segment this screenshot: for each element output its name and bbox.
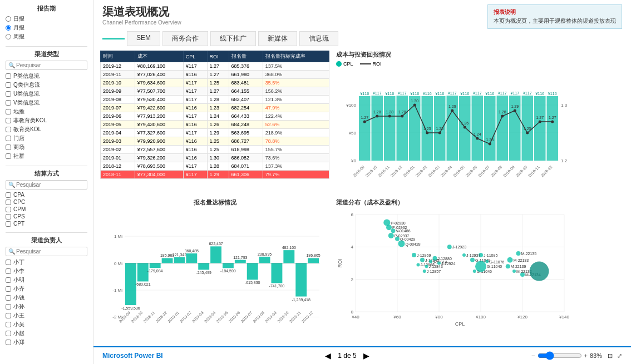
channel-type-section: 渠道类型 🔍 P类信息流Q类信息流U类信息流V类信息流地推非教育类KOL教育类K… xyxy=(6,50,87,160)
radio-weekly[interactable]: 周报 xyxy=(6,33,87,41)
svg-rect-97 xyxy=(125,263,136,306)
svg-text:1.25: 1.25 xyxy=(423,127,431,131)
bar-chart-title: 报名量达标情况 xyxy=(102,198,327,207)
svg-text:¥116: ¥116 xyxy=(435,92,444,96)
svg-text:1.28: 1.28 xyxy=(386,110,393,114)
table-row[interactable]: 2019-12 ¥80,169,100 ¥117 1.27 685,376 13… xyxy=(101,62,329,71)
table-row[interactable]: 2019-02 ¥72,557,600 ¥116 1.25 618,998 15… xyxy=(101,146,329,154)
channel-search-input[interactable] xyxy=(16,62,85,68)
billing-search-box[interactable]: 🔍 xyxy=(6,180,87,190)
svg-text:1.2: 1.2 xyxy=(561,158,568,163)
billing-checkbox-item[interactable]: CPM xyxy=(6,206,87,212)
channel-checkbox-item[interactable]: 地推 xyxy=(6,108,87,116)
svg-text:1.28: 1.28 xyxy=(398,110,406,114)
table-row[interactable]: 2019-01 ¥79,326,200 ¥116 1.30 686,082 73… xyxy=(101,154,329,162)
table-row[interactable]: 2019-05 ¥79,430,600 ¥116 1.26 684,248 52… xyxy=(101,121,329,129)
channel-checkbox-item[interactable]: V类信息流 xyxy=(6,99,87,107)
radio-daily[interactable]: 日报 xyxy=(6,15,87,23)
manager-checkbox-item[interactable]: 小齐 xyxy=(6,285,87,293)
svg-point-207 xyxy=(516,251,521,256)
billing-checkbox-item[interactable]: CPS xyxy=(6,213,87,220)
manager-checkbox-item[interactable]: 小明 xyxy=(6,276,87,284)
channel-checkbox-item[interactable]: Q类信息流 xyxy=(6,81,87,89)
manager-checkbox-item[interactable]: 小王 xyxy=(6,312,87,320)
manager-checkbox-item[interactable]: 小郑 xyxy=(6,338,87,346)
svg-text:¥117: ¥117 xyxy=(473,91,482,95)
billing-checkbox-item[interactable]: CPC xyxy=(6,199,87,205)
manager-checkbox-item[interactable]: 小丁 xyxy=(6,258,87,266)
svg-point-38 xyxy=(363,121,366,123)
billing-search-input[interactable] xyxy=(16,182,85,188)
svg-text:ROI: ROI xyxy=(337,258,343,267)
svg-point-64 xyxy=(526,132,529,134)
tab-商务合作[interactable]: 商务合作 xyxy=(162,31,208,46)
zoom-minus[interactable]: − xyxy=(531,352,535,359)
prev-page-button[interactable]: ◀ xyxy=(325,351,331,360)
fit-icon[interactable]: ⊡ xyxy=(608,352,613,360)
channel-checkbox-item[interactable]: U类信息流 xyxy=(6,90,87,98)
radio-monthly[interactable]: 月报 xyxy=(6,24,87,32)
svg-text:¥116: ¥116 xyxy=(423,92,432,96)
table-row[interactable]: 2019-06 ¥77,913,200 ¥117 1.24 664,433 12… xyxy=(101,112,329,121)
table-row[interactable]: 2019-04 ¥77,327,600 ¥117 1.29 563,695 21… xyxy=(101,129,329,137)
channel-checkbox-item[interactable]: 商场 xyxy=(6,143,87,151)
table-row[interactable]: 2019-03 ¥79,920,900 ¥116 1.25 686,727 78… xyxy=(101,137,329,146)
manager-checkbox-item[interactable]: 小李 xyxy=(6,267,87,275)
svg-rect-12 xyxy=(397,96,408,161)
svg-point-199 xyxy=(470,258,475,262)
svg-text:J-11085: J-11085 xyxy=(484,253,497,257)
table-row[interactable]: 2019-07 ¥79,422,600 ¥116 1.23 682,254 47… xyxy=(101,104,329,112)
svg-text:1.27: 1.27 xyxy=(361,116,368,119)
svg-text:2019-05: 2019-05 xyxy=(452,165,465,178)
svg-text:2019-12: 2019-12 xyxy=(540,165,553,178)
svg-text:2019-08: 2019-08 xyxy=(490,165,502,178)
table-row[interactable]: 2018-12 ¥78,693,500 ¥117 1.28 684,071 13… xyxy=(101,162,329,171)
tab-新媒体[interactable]: 新媒体 xyxy=(258,31,297,46)
svg-rect-100 xyxy=(137,263,149,282)
sidebar: 报告期 日报 月报 周报 渠道类型 🔍 xyxy=(0,0,93,364)
svg-text:1.24: 1.24 xyxy=(474,132,481,136)
manager-checkbox-item[interactable]: 小赵 xyxy=(6,330,87,337)
channel-search-box[interactable]: 🔍 xyxy=(6,61,87,70)
svg-text:-680,021: -680,021 xyxy=(135,282,151,286)
channel-checkbox-item[interactable]: 门店 xyxy=(6,134,87,142)
billing-checkbox-item[interactable]: CPT xyxy=(6,221,87,227)
brand-link[interactable]: Microsoft Power BI xyxy=(102,352,163,360)
svg-text:¥117: ¥117 xyxy=(448,91,457,95)
next-page-button[interactable]: ▶ xyxy=(363,351,369,360)
billing-checkbox-item[interactable]: CPA xyxy=(6,192,87,198)
svg-point-68 xyxy=(551,121,554,123)
table-row[interactable]: 2019-11 ¥77,026,400 ¥116 1.27 661,980 36… xyxy=(101,71,329,79)
svg-point-42 xyxy=(388,115,391,118)
svg-text:2019-06: 2019-06 xyxy=(465,165,477,178)
table-row[interactable]: 2019-08 ¥79,530,400 ¥117 1.28 683,407 12… xyxy=(101,96,329,104)
manager-checkbox-item[interactable]: 小钱 xyxy=(6,294,87,302)
channel-checkbox-item[interactable]: 教育类KOL xyxy=(6,126,87,133)
svg-text:2019-02: 2019-02 xyxy=(415,165,427,178)
channel-checkbox-item[interactable]: P类信息流 xyxy=(6,72,87,80)
svg-text:¥140: ¥140 xyxy=(559,315,569,320)
manager-checkbox-item[interactable]: 小孙 xyxy=(6,303,87,311)
svg-text:2019-04: 2019-04 xyxy=(440,165,452,178)
zoom-plus[interactable]: + xyxy=(584,352,588,359)
table-row[interactable]: 2019-09 ¥77,507,700 ¥117 1.27 664,155 15… xyxy=(101,87,329,96)
channel-checkbox-item[interactable]: 非教育类KOL xyxy=(6,117,87,124)
svg-text:J-12857: J-12857 xyxy=(427,270,441,273)
fullscreen-icon[interactable]: ⤢ xyxy=(617,352,622,360)
table-row[interactable]: 2018-11 ¥77,304,000 ¥117 1.29 661,306 79… xyxy=(101,171,329,179)
manager-search-box[interactable]: 🔍 xyxy=(6,247,87,256)
tab-SEM[interactable]: SEM xyxy=(127,31,160,46)
tab-线下推广[interactable]: 线下推广 xyxy=(210,31,256,46)
svg-text:1 Mi: 1 Mi xyxy=(114,234,122,239)
svg-point-179 xyxy=(447,245,452,249)
zoom-slider[interactable] xyxy=(538,351,582,360)
col-reg: 报名量 xyxy=(229,51,263,62)
svg-rect-139 xyxy=(295,263,307,297)
channel-checkbox-item[interactable]: 社群 xyxy=(6,152,87,160)
manager-checkbox-item[interactable]: 小吴 xyxy=(6,321,87,328)
manager-search-input[interactable] xyxy=(16,248,85,255)
table-row[interactable]: 2019-10 ¥79,634,600 ¥117 1.25 683,481 35… xyxy=(101,79,329,87)
svg-point-173 xyxy=(388,233,394,238)
tab-信息流[interactable]: 信息流 xyxy=(299,31,338,46)
svg-text:J-12869: J-12869 xyxy=(417,253,431,257)
